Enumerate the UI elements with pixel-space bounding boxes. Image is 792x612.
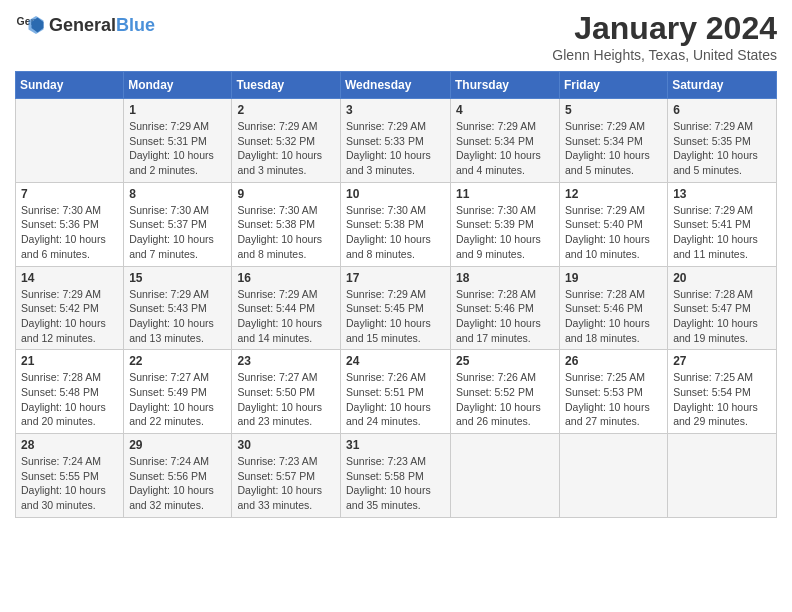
day-info: Sunrise: 7:30 AM Sunset: 5:38 PM Dayligh… — [346, 203, 445, 262]
calendar-day-27: 27Sunrise: 7:25 AM Sunset: 5:54 PM Dayli… — [668, 350, 777, 434]
day-info: Sunrise: 7:28 AM Sunset: 5:48 PM Dayligh… — [21, 370, 118, 429]
calendar-day-24: 24Sunrise: 7:26 AM Sunset: 5:51 PM Dayli… — [341, 350, 451, 434]
calendar-day-7: 7Sunrise: 7:30 AM Sunset: 5:36 PM Daylig… — [16, 182, 124, 266]
day-info: Sunrise: 7:23 AM Sunset: 5:58 PM Dayligh… — [346, 454, 445, 513]
calendar-week-row: 14Sunrise: 7:29 AM Sunset: 5:42 PM Dayli… — [16, 266, 777, 350]
day-info: Sunrise: 7:28 AM Sunset: 5:46 PM Dayligh… — [565, 287, 662, 346]
page-header: Gen GeneralBlue January 2024 Glenn Heigh… — [15, 10, 777, 63]
day-info: Sunrise: 7:29 AM Sunset: 5:32 PM Dayligh… — [237, 119, 335, 178]
day-number: 24 — [346, 354, 445, 368]
day-info: Sunrise: 7:30 AM Sunset: 5:36 PM Dayligh… — [21, 203, 118, 262]
day-number: 30 — [237, 438, 335, 452]
day-info: Sunrise: 7:29 AM Sunset: 5:34 PM Dayligh… — [565, 119, 662, 178]
weekday-header-wednesday: Wednesday — [341, 72, 451, 99]
day-info: Sunrise: 7:29 AM Sunset: 5:40 PM Dayligh… — [565, 203, 662, 262]
calendar-day-22: 22Sunrise: 7:27 AM Sunset: 5:49 PM Dayli… — [124, 350, 232, 434]
calendar-day-11: 11Sunrise: 7:30 AM Sunset: 5:39 PM Dayli… — [451, 182, 560, 266]
calendar-week-row: 28Sunrise: 7:24 AM Sunset: 5:55 PM Dayli… — [16, 434, 777, 518]
calendar-table: SundayMondayTuesdayWednesdayThursdayFrid… — [15, 71, 777, 518]
logo: Gen GeneralBlue — [15, 10, 155, 40]
day-number: 3 — [346, 103, 445, 117]
day-number: 16 — [237, 271, 335, 285]
day-info: Sunrise: 7:29 AM Sunset: 5:43 PM Dayligh… — [129, 287, 226, 346]
day-number: 2 — [237, 103, 335, 117]
calendar-week-row: 21Sunrise: 7:28 AM Sunset: 5:48 PM Dayli… — [16, 350, 777, 434]
calendar-day-28: 28Sunrise: 7:24 AM Sunset: 5:55 PM Dayli… — [16, 434, 124, 518]
calendar-day-19: 19Sunrise: 7:28 AM Sunset: 5:46 PM Dayli… — [560, 266, 668, 350]
day-number: 8 — [129, 187, 226, 201]
day-info: Sunrise: 7:29 AM Sunset: 5:41 PM Dayligh… — [673, 203, 771, 262]
day-number: 19 — [565, 271, 662, 285]
calendar-week-row: 1Sunrise: 7:29 AM Sunset: 5:31 PM Daylig… — [16, 99, 777, 183]
calendar-day-5: 5Sunrise: 7:29 AM Sunset: 5:34 PM Daylig… — [560, 99, 668, 183]
day-info: Sunrise: 7:25 AM Sunset: 5:53 PM Dayligh… — [565, 370, 662, 429]
day-info: Sunrise: 7:25 AM Sunset: 5:54 PM Dayligh… — [673, 370, 771, 429]
calendar-day-3: 3Sunrise: 7:29 AM Sunset: 5:33 PM Daylig… — [341, 99, 451, 183]
calendar-day-1: 1Sunrise: 7:29 AM Sunset: 5:31 PM Daylig… — [124, 99, 232, 183]
logo-icon: Gen — [15, 10, 45, 40]
weekday-header-thursday: Thursday — [451, 72, 560, 99]
title-block: January 2024 Glenn Heights, Texas, Unite… — [552, 10, 777, 63]
day-info: Sunrise: 7:28 AM Sunset: 5:47 PM Dayligh… — [673, 287, 771, 346]
day-number: 9 — [237, 187, 335, 201]
day-number: 17 — [346, 271, 445, 285]
calendar-day-31: 31Sunrise: 7:23 AM Sunset: 5:58 PM Dayli… — [341, 434, 451, 518]
calendar-day-8: 8Sunrise: 7:30 AM Sunset: 5:37 PM Daylig… — [124, 182, 232, 266]
weekday-header-sunday: Sunday — [16, 72, 124, 99]
day-number: 26 — [565, 354, 662, 368]
day-info: Sunrise: 7:30 AM Sunset: 5:37 PM Dayligh… — [129, 203, 226, 262]
day-number: 1 — [129, 103, 226, 117]
day-number: 20 — [673, 271, 771, 285]
day-number: 15 — [129, 271, 226, 285]
calendar-day-18: 18Sunrise: 7:28 AM Sunset: 5:46 PM Dayli… — [451, 266, 560, 350]
month-year-title: January 2024 — [552, 10, 777, 47]
weekday-header-row: SundayMondayTuesdayWednesdayThursdayFrid… — [16, 72, 777, 99]
day-number: 18 — [456, 271, 554, 285]
day-number: 23 — [237, 354, 335, 368]
calendar-day-6: 6Sunrise: 7:29 AM Sunset: 5:35 PM Daylig… — [668, 99, 777, 183]
calendar-empty-cell — [16, 99, 124, 183]
day-number: 28 — [21, 438, 118, 452]
day-info: Sunrise: 7:29 AM Sunset: 5:45 PM Dayligh… — [346, 287, 445, 346]
day-info: Sunrise: 7:29 AM Sunset: 5:33 PM Dayligh… — [346, 119, 445, 178]
day-number: 21 — [21, 354, 118, 368]
calendar-day-13: 13Sunrise: 7:29 AM Sunset: 5:41 PM Dayli… — [668, 182, 777, 266]
calendar-week-row: 7Sunrise: 7:30 AM Sunset: 5:36 PM Daylig… — [16, 182, 777, 266]
calendar-day-14: 14Sunrise: 7:29 AM Sunset: 5:42 PM Dayli… — [16, 266, 124, 350]
weekday-header-monday: Monday — [124, 72, 232, 99]
day-info: Sunrise: 7:30 AM Sunset: 5:38 PM Dayligh… — [237, 203, 335, 262]
calendar-day-21: 21Sunrise: 7:28 AM Sunset: 5:48 PM Dayli… — [16, 350, 124, 434]
calendar-empty-cell — [668, 434, 777, 518]
day-info: Sunrise: 7:24 AM Sunset: 5:55 PM Dayligh… — [21, 454, 118, 513]
calendar-day-2: 2Sunrise: 7:29 AM Sunset: 5:32 PM Daylig… — [232, 99, 341, 183]
day-number: 5 — [565, 103, 662, 117]
day-number: 11 — [456, 187, 554, 201]
day-info: Sunrise: 7:30 AM Sunset: 5:39 PM Dayligh… — [456, 203, 554, 262]
day-number: 12 — [565, 187, 662, 201]
calendar-empty-cell — [560, 434, 668, 518]
day-info: Sunrise: 7:29 AM Sunset: 5:42 PM Dayligh… — [21, 287, 118, 346]
weekday-header-friday: Friday — [560, 72, 668, 99]
calendar-day-30: 30Sunrise: 7:23 AM Sunset: 5:57 PM Dayli… — [232, 434, 341, 518]
day-number: 13 — [673, 187, 771, 201]
calendar-empty-cell — [451, 434, 560, 518]
day-info: Sunrise: 7:23 AM Sunset: 5:57 PM Dayligh… — [237, 454, 335, 513]
logo-general-text: GeneralBlue — [49, 15, 155, 36]
calendar-day-10: 10Sunrise: 7:30 AM Sunset: 5:38 PM Dayli… — [341, 182, 451, 266]
day-info: Sunrise: 7:27 AM Sunset: 5:50 PM Dayligh… — [237, 370, 335, 429]
day-info: Sunrise: 7:29 AM Sunset: 5:31 PM Dayligh… — [129, 119, 226, 178]
day-number: 22 — [129, 354, 226, 368]
calendar-day-17: 17Sunrise: 7:29 AM Sunset: 5:45 PM Dayli… — [341, 266, 451, 350]
day-info: Sunrise: 7:28 AM Sunset: 5:46 PM Dayligh… — [456, 287, 554, 346]
weekday-header-tuesday: Tuesday — [232, 72, 341, 99]
day-info: Sunrise: 7:29 AM Sunset: 5:44 PM Dayligh… — [237, 287, 335, 346]
day-info: Sunrise: 7:27 AM Sunset: 5:49 PM Dayligh… — [129, 370, 226, 429]
day-number: 4 — [456, 103, 554, 117]
day-number: 31 — [346, 438, 445, 452]
day-info: Sunrise: 7:29 AM Sunset: 5:35 PM Dayligh… — [673, 119, 771, 178]
day-number: 25 — [456, 354, 554, 368]
weekday-header-saturday: Saturday — [668, 72, 777, 99]
day-info: Sunrise: 7:26 AM Sunset: 5:51 PM Dayligh… — [346, 370, 445, 429]
calendar-day-23: 23Sunrise: 7:27 AM Sunset: 5:50 PM Dayli… — [232, 350, 341, 434]
calendar-day-16: 16Sunrise: 7:29 AM Sunset: 5:44 PM Dayli… — [232, 266, 341, 350]
